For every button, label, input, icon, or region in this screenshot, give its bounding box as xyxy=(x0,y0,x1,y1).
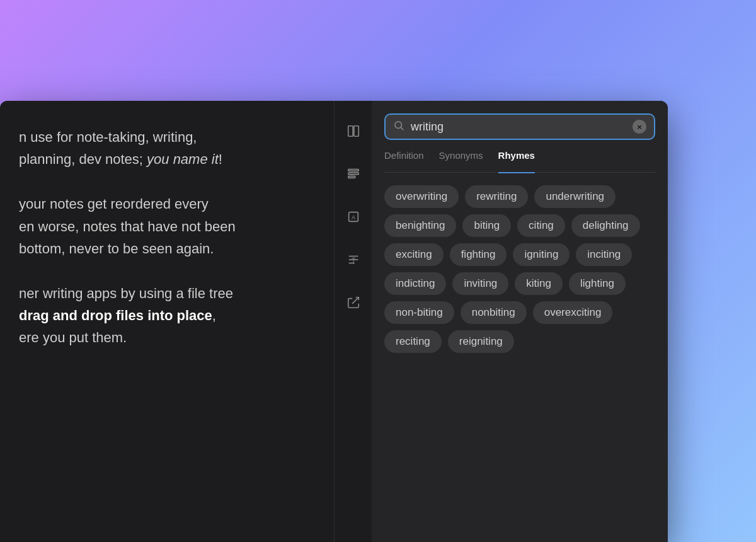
editor-section-2: your notes get reordered everyen worse, … xyxy=(19,193,359,260)
rhyme-chip[interactable]: inviting xyxy=(452,272,508,295)
search-bar: × xyxy=(384,113,655,140)
book-icon[interactable] xyxy=(342,120,365,142)
tab-synonyms[interactable]: Synonyms xyxy=(439,150,483,166)
dictionary-panel: × Definition Synonyms Rhymes overwriting… xyxy=(372,101,668,542)
rhyme-chip[interactable]: delighting xyxy=(571,214,640,237)
svg-line-13 xyxy=(401,127,403,130)
search-icon xyxy=(393,120,404,134)
clear-search-button[interactable]: × xyxy=(633,120,646,134)
rhyme-chip[interactable]: benighting xyxy=(384,214,456,237)
rhyme-chip[interactable]: exciting xyxy=(384,243,444,266)
rhyme-chip[interactable]: igniting xyxy=(513,243,570,266)
rhyme-chip[interactable]: fighting xyxy=(450,243,507,266)
rhyme-chip[interactable]: citing xyxy=(517,214,565,237)
rhyme-chip[interactable]: kiting xyxy=(515,272,563,295)
svg-rect-4 xyxy=(348,176,355,178)
rhyme-chip[interactable]: overwriting xyxy=(384,185,459,208)
editor-panel: n use for note-taking, writing,planning,… xyxy=(0,101,372,542)
editor-section-3: ner writing apps by using a file treedra… xyxy=(19,282,359,349)
app-window: n use for note-taking, writing,planning,… xyxy=(0,101,668,542)
rhyme-chip[interactable]: lighting xyxy=(569,272,626,295)
editor-text-2: your notes get reordered everyen worse, … xyxy=(19,196,236,256)
svg-point-12 xyxy=(395,122,402,129)
rhyme-chip[interactable]: reigniting xyxy=(448,330,514,353)
tab-rhymes[interactable]: Rhymes xyxy=(498,150,535,173)
text-format-icon[interactable]: T xyxy=(342,248,365,271)
rhyme-chip[interactable]: underwriting xyxy=(534,185,616,208)
svg-text:T: T xyxy=(351,257,355,264)
rhyme-chip[interactable]: inciting xyxy=(576,243,632,266)
svg-line-11 xyxy=(352,297,358,304)
rhyme-chip[interactable]: biting xyxy=(462,214,511,237)
svg-rect-2 xyxy=(348,170,358,171)
tab-bar: Definition Synonyms Rhymes xyxy=(384,150,655,173)
rhyme-chip[interactable]: rewriting xyxy=(465,185,528,208)
font-icon[interactable]: A xyxy=(342,205,365,228)
icon-bar: A T xyxy=(334,101,372,542)
rhymes-grid: overwritingrewritingunderwritingbenighti… xyxy=(384,185,655,359)
svg-text:A: A xyxy=(351,214,355,221)
svg-rect-1 xyxy=(353,126,358,137)
share-icon[interactable] xyxy=(342,291,365,314)
editor-text-1a: n use for note-taking, writing,planning,… xyxy=(19,129,222,167)
editor-text-3: ner writing apps by using a file treedra… xyxy=(19,285,233,345)
rhyme-chip[interactable]: overexciting xyxy=(533,301,613,324)
svg-rect-3 xyxy=(348,173,358,175)
editor-section-1: n use for note-taking, writing,planning,… xyxy=(19,126,359,170)
tab-definition[interactable]: Definition xyxy=(384,150,424,166)
rhyme-chip[interactable]: nonbiting xyxy=(461,301,527,324)
rhyme-chip[interactable]: indicting xyxy=(384,272,446,295)
svg-rect-0 xyxy=(348,126,352,137)
search-input[interactable] xyxy=(411,120,633,134)
rhyme-chip[interactable]: non-biting xyxy=(384,301,454,324)
list-icon[interactable] xyxy=(342,163,365,185)
rhyme-chip[interactable]: reciting xyxy=(384,330,442,353)
